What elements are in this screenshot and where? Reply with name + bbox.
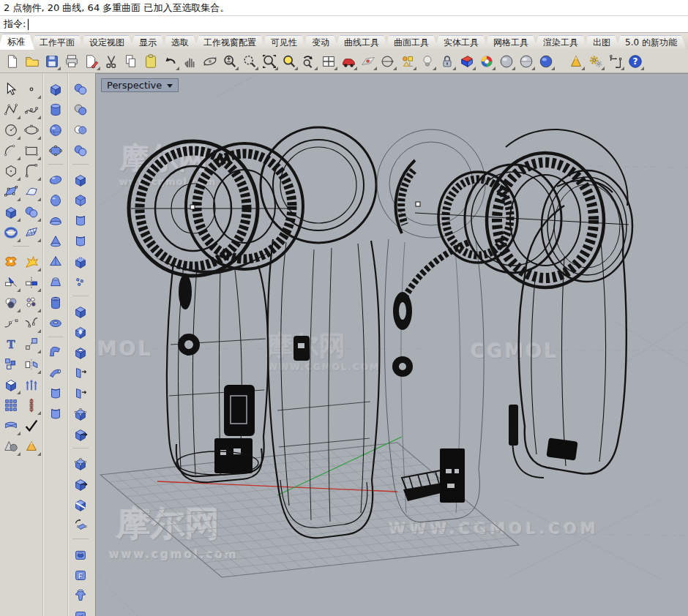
solidtool-slice-solid[interactable] (70, 495, 91, 515)
tool-mesh-surface[interactable] (21, 222, 42, 243)
tool-mirror[interactable] (21, 354, 42, 375)
tool-curved-surface[interactable] (21, 181, 42, 202)
tool-blend-curve[interactable] (21, 313, 42, 334)
tab-solid-tools[interactable]: 实体工具 (434, 35, 488, 50)
tool-array-grid[interactable] (1, 395, 21, 416)
toolbar-button-zoom-dynamic[interactable] (220, 51, 239, 71)
toolbar-button-viewport-layout[interactable] (318, 51, 338, 71)
tab-drafting[interactable]: 出图 (583, 35, 620, 50)
toolbar-button-new-file[interactable] (2, 51, 22, 71)
solidtool-tube-flange[interactable] (70, 585, 91, 606)
tool-ellipse[interactable] (21, 120, 42, 140)
solidtool-extrude-to-target[interactable] (70, 383, 91, 404)
toolbar-button-visibility-circle-tool[interactable] (378, 51, 397, 71)
solid-truncated-pyramid[interactable] (45, 272, 66, 293)
solid-curved-slab[interactable] (45, 383, 66, 404)
tab-set-view[interactable]: 设定视图 (80, 35, 134, 50)
tab-display[interactable]: 显示 (130, 35, 166, 50)
toolbar-button-ghosted-display[interactable] (516, 51, 536, 71)
solid-cylinder[interactable] (45, 99, 66, 120)
solidtool-box-wire[interactable] (70, 404, 91, 424)
tab-cplane[interactable]: 工作平面 (30, 35, 84, 50)
solidtool-sphere-pair[interactable] (70, 140, 91, 161)
solid-sphere[interactable] (45, 120, 66, 140)
toolbar-button-copy[interactable] (121, 51, 141, 71)
solidtool-extrude-slab[interactable] (70, 211, 91, 231)
tab-new-in-v5[interactable]: 5.0 的新功能 (616, 35, 687, 50)
toolbar-button-dimension-settings[interactable] (605, 51, 625, 71)
toolbar-button-undo[interactable] (160, 51, 180, 71)
tool-text-object[interactable]: T (1, 334, 21, 354)
tool-polyline[interactable] (1, 99, 21, 120)
tool-boolean-gray[interactable] (1, 436, 21, 457)
tool-solid-spheres[interactable] (21, 202, 42, 222)
toolbar-button-red-car-tool[interactable] (338, 51, 358, 71)
tool-solid-box[interactable] (1, 202, 21, 222)
tab-viewport-layout[interactable]: 工作视窗配置 (194, 35, 266, 50)
solid-pyramid[interactable] (45, 252, 66, 272)
tool-array-linear[interactable] (21, 395, 42, 416)
solid-box[interactable] (45, 79, 66, 99)
toolbar-button-alert-cone-tool[interactable] (566, 51, 586, 71)
tool-polygon[interactable] (1, 161, 21, 181)
toolbar-button-cplane-setup[interactable] (358, 51, 378, 71)
toolbar-button-zoom-selected[interactable] (279, 51, 299, 71)
perspective-viewport[interactable]: Perspective 摩尔网 www.cgmol.com CGMOL 摩尔网 … (95, 73, 688, 616)
tool-check-select[interactable] (21, 416, 42, 436)
toolbar-button-color-wheel[interactable] (476, 51, 496, 71)
tab-standard[interactable]: 标准 (0, 34, 34, 50)
tool-circle[interactable] (1, 120, 21, 140)
toolbar-button-undo-view-change[interactable] (299, 51, 318, 71)
toolbar-button-rendered-display[interactable] (536, 51, 556, 71)
solidtool-extrude-normal[interactable] (70, 424, 91, 445)
tool-surface-from-points[interactable] (1, 181, 21, 202)
toolbar-button-open-file[interactable] (22, 51, 42, 71)
solidtool-extrude-straight[interactable] (70, 363, 91, 383)
tool-select-pointer[interactable] (1, 79, 21, 99)
toolbar-button-lights[interactable] (417, 51, 437, 71)
tab-surface-tools[interactable]: 曲面工具 (384, 35, 438, 50)
tool-split[interactable] (21, 272, 42, 293)
solid-egg-solid[interactable] (45, 190, 66, 211)
toolbar-button-paste[interactable] (141, 51, 160, 71)
solid-paraboloid[interactable] (45, 211, 66, 231)
tab-curve-tools[interactable]: 曲线工具 (334, 35, 389, 50)
solidtool-box-wrapped[interactable] (70, 170, 91, 190)
toolbar-button-save-file[interactable] (42, 51, 61, 71)
tab-render-tools[interactable]: 渲染工具 (534, 35, 588, 50)
viewport-title[interactable]: Perspective (101, 78, 179, 92)
tool-arc[interactable] (1, 140, 21, 161)
solid-tube[interactable] (45, 293, 66, 313)
tool-offset-shell[interactable] (1, 375, 21, 395)
solid-torus[interactable] (45, 313, 66, 334)
solidtool-cap-planar-holes[interactable] (70, 342, 91, 363)
tool-explode-puzzle[interactable] (1, 252, 21, 272)
toolbar-button-lock-objects[interactable] (437, 51, 457, 71)
tab-select[interactable]: 选取 (162, 35, 198, 50)
tab-transform[interactable]: 变动 (302, 35, 339, 50)
toolbar-button-layer-tools[interactable] (397, 51, 417, 71)
solidtool-round-hole[interactable] (70, 544, 91, 565)
solidtool-move-face[interactable] (70, 474, 91, 495)
tab-visibility[interactable]: 可见性 (261, 35, 307, 50)
solidtool-solid-control-points[interactable] (70, 454, 91, 474)
toolbar-button-rotate-view[interactable] (200, 51, 220, 71)
tool-explode-burst[interactable] (21, 252, 42, 272)
solid-pipe-curve[interactable] (45, 363, 66, 383)
tool-adjust-end-bulge[interactable] (1, 313, 21, 334)
tool-move-scale[interactable] (21, 334, 42, 354)
toolbar-button-annotate-export[interactable] (81, 51, 101, 71)
solidtool-sphere-difference[interactable] (70, 99, 91, 120)
toolbar-button-zoom-window[interactable] (239, 51, 259, 71)
toolbar-button-shaded-display[interactable] (496, 51, 516, 71)
tool-select-color-group[interactable] (1, 293, 21, 313)
solidtool-hex-prism[interactable] (70, 190, 91, 211)
tool-point-cloud[interactable] (21, 293, 42, 313)
tool-fillet-curve[interactable] (21, 161, 42, 181)
tool-array-vertical[interactable] (21, 375, 42, 395)
solidtool-sphere-union[interactable] (70, 79, 91, 99)
solidtool-box-dotted[interactable] (70, 252, 91, 272)
tool-extract-pyramid[interactable] (21, 436, 42, 457)
tool-loft[interactable] (1, 416, 21, 436)
toolbar-button-print[interactable] (61, 51, 81, 71)
